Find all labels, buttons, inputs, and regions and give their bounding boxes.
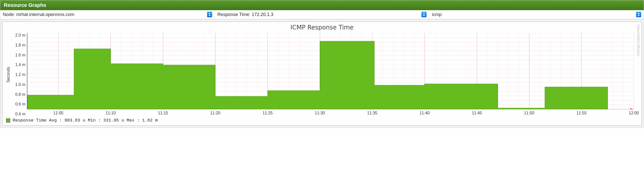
y-tick: 1.4 m (15, 63, 25, 67)
y-tick: 1.0 m (15, 82, 25, 87)
y-axis-ticks: 2.0 m1.8 m1.6 m1.4 m1.2 m1.0 m0.8 m0.6 m… (12, 33, 27, 116)
legend-avg-label: Avg : (49, 118, 62, 123)
legend: Response Time Avg : 983.83 u Min : 331.9… (3, 116, 641, 125)
x-tick: 12:00 (629, 111, 639, 115)
x-tick: 11:30 (315, 111, 325, 115)
legend-min-label: Min : (88, 118, 101, 123)
y-tick: 0.8 m (15, 92, 25, 97)
metric-selector-label: icmp (432, 12, 636, 17)
node-selector-label: Node: mrhat.internal.opennms.com (3, 12, 207, 17)
dropdown-icon (421, 12, 427, 17)
legend-swatch (6, 118, 10, 123)
graph-frame: OpenNMS/JRobin ICMP Response Time Second… (2, 22, 642, 126)
node-selector[interactable]: Node: mrhat.internal.opennms.com (0, 10, 215, 19)
watermark: OpenNMS/JRobin (636, 24, 640, 57)
chart-title: ICMP Response Time (3, 23, 641, 33)
x-tick: 11:35 (367, 111, 377, 115)
dropdown-icon (207, 12, 212, 17)
y-tick: 1.2 m (15, 72, 25, 77)
y-tick: 2.0 m (15, 33, 25, 38)
panel-title: Resource Graphs (0, 0, 644, 10)
legend-max-value: 1.82 m (142, 118, 158, 123)
x-tick: 11:05 (53, 111, 63, 115)
selector-bar: Node: mrhat.internal.opennms.com Respons… (0, 10, 644, 19)
y-tick: 1.8 m (15, 43, 25, 48)
x-tick: 11:40 (419, 111, 430, 115)
metric-selector[interactable]: icmp (429, 10, 644, 19)
plot-area: 11:0511:1011:1511:2011:2511:3011:3511:40… (27, 33, 634, 116)
resource-selector-label: Response Time: 172.20.1.3 (217, 12, 422, 17)
legend-max-label: Max : (127, 118, 140, 123)
dropdown-icon (636, 12, 641, 17)
y-tick: 0.6 m (15, 102, 25, 107)
x-tick: 11:50 (524, 111, 534, 115)
chart-svg (27, 33, 634, 109)
legend-avg-value: 983.83 u (65, 118, 85, 123)
chart-body: Seconds 2.0 m1.8 m1.6 m1.4 m1.2 m1.0 m0.… (3, 33, 641, 116)
resource-selector[interactable]: Response Time: 172.20.1.3 (215, 10, 430, 19)
x-tick: 11:20 (210, 111, 220, 115)
y-tick: 0.4 m (15, 112, 25, 116)
x-tick: 11:25 (262, 111, 273, 115)
resource-graphs-panel: Resource Graphs Node: mrhat.internal.ope… (0, 0, 644, 128)
x-tick: 11:15 (158, 111, 168, 115)
x-tick: 11:45 (472, 111, 482, 115)
x-axis-ticks: 11:0511:1011:1511:2011:2511:3011:3511:40… (27, 109, 634, 116)
x-tick: 11:10 (106, 111, 116, 115)
legend-min-value: 331.95 u (103, 118, 124, 123)
x-tick: 11:55 (576, 111, 587, 115)
y-tick: 1.6 m (15, 53, 25, 57)
y-axis-label: Seconds (5, 67, 12, 83)
graph-container: OpenNMS/JRobin ICMP Response Time Second… (0, 19, 644, 128)
legend-series-name: Response Time (13, 118, 47, 123)
